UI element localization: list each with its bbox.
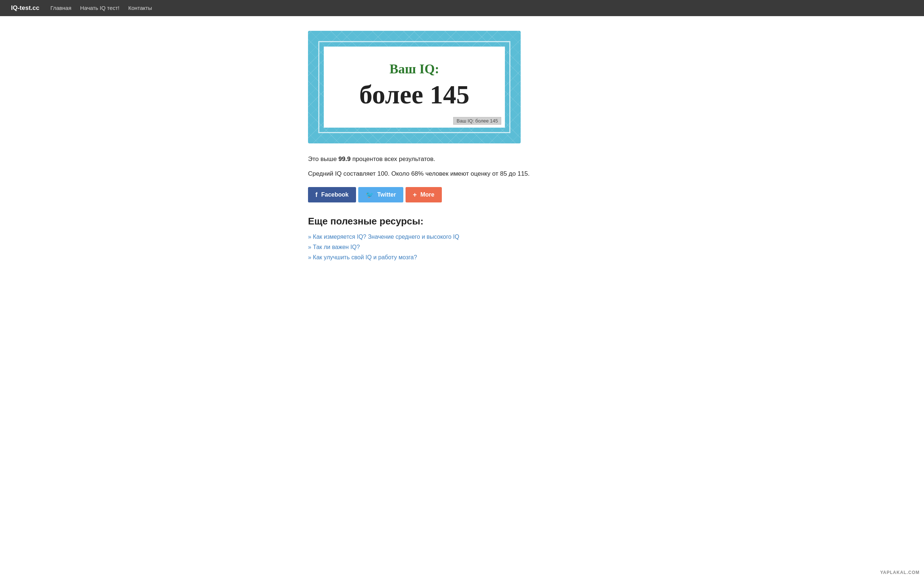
nav-link-contacts[interactable]: Контакты — [128, 5, 152, 11]
facebook-label: Facebook — [321, 192, 349, 198]
twitter-label: Twitter — [377, 192, 396, 198]
facebook-icon: f — [315, 191, 318, 199]
resources-section: Еще полезные ресурсы: » Как измеряется I… — [308, 216, 616, 261]
nav-link-home[interactable]: Главная — [50, 5, 71, 11]
description-percentile: Это выше 99.9 процентов всех результатов… — [308, 154, 616, 164]
resource-link-2[interactable]: » Так ли важен IQ? — [308, 244, 360, 250]
description-prefix: Это выше — [308, 156, 339, 162]
more-share-button[interactable]: + More — [405, 187, 442, 203]
resource-link-1[interactable]: » Как измеряется IQ? Значение среднего и… — [308, 234, 459, 240]
resources-heading: Еще полезные ресурсы: — [308, 216, 616, 227]
main-content: Ваш IQ: более 145 Ваш IQ: более 145 Это … — [297, 16, 627, 276]
iq-result-card: Ваш IQ: более 145 Ваш IQ: более 145 — [308, 31, 521, 143]
facebook-share-button[interactable]: f Facebook — [308, 187, 356, 203]
iq-label: Ваш IQ: — [335, 61, 494, 77]
twitter-icon: 🐦 — [366, 191, 374, 199]
iq-result-inner-border: Ваш IQ: более 145 Ваш IQ: более 145 — [318, 41, 511, 133]
more-label: More — [420, 192, 434, 198]
resource-link-3[interactable]: » Как улучшить свой IQ и работу мозга? — [308, 254, 417, 260]
description-suffix: процентов всех результатов. — [350, 156, 435, 162]
iq-value: более 145 — [335, 80, 494, 109]
more-icon: + — [413, 191, 417, 199]
resources-links: » Как измеряется IQ? Значение среднего и… — [308, 234, 616, 261]
iq-caption: Ваш IQ: более 145 — [453, 117, 501, 125]
iq-result-white-box: Ваш IQ: более 145 Ваш IQ: более 145 — [324, 47, 505, 128]
nav-logo[interactable]: IQ-test.cc — [11, 5, 39, 12]
twitter-share-button[interactable]: 🐦 Twitter — [358, 187, 403, 203]
description-bold: 99.9 — [339, 156, 350, 162]
nav-links: Главная Начать IQ тест! Контакты — [50, 5, 152, 11]
navbar: IQ-test.cc Главная Начать IQ тест! Конта… — [0, 0, 924, 16]
description-average: Средний IQ составляет 100. Около 68% чел… — [308, 169, 616, 179]
nav-link-test[interactable]: Начать IQ тест! — [80, 5, 120, 11]
share-buttons: f Facebook 🐦 Twitter + More — [308, 187, 616, 203]
